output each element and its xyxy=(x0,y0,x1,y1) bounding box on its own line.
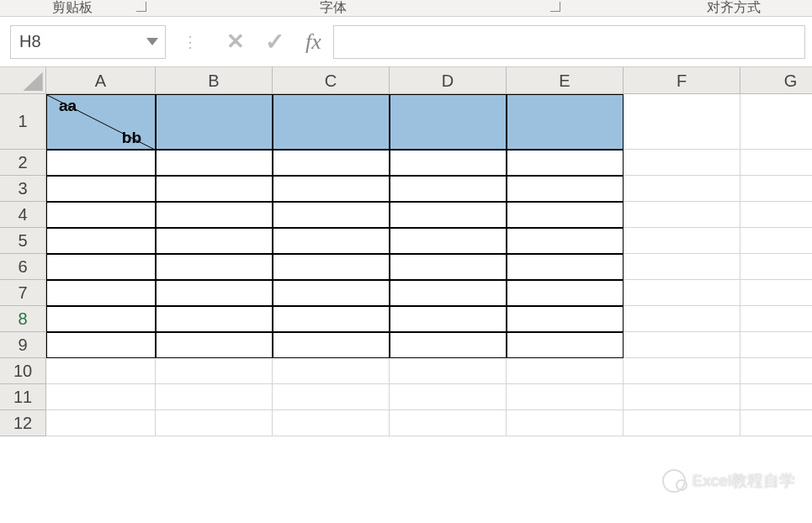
row-header-9[interactable]: 9 xyxy=(0,332,46,358)
column-header-A[interactable]: A xyxy=(46,67,156,94)
fx-icon[interactable]: fx xyxy=(305,29,321,55)
column-header-E[interactable]: E xyxy=(507,67,624,94)
cell-D1[interactable] xyxy=(390,94,507,150)
cell-E4[interactable] xyxy=(507,202,624,228)
cell-B7[interactable] xyxy=(156,280,273,306)
cell-B10[interactable] xyxy=(156,358,273,384)
cell-A4[interactable] xyxy=(46,202,156,228)
cell-C7[interactable] xyxy=(273,280,390,306)
cell-B8[interactable] xyxy=(156,306,273,332)
cell-A3[interactable] xyxy=(46,176,156,202)
cell-G10[interactable] xyxy=(740,358,812,384)
cell-E6[interactable] xyxy=(507,254,624,280)
row-header-12[interactable]: 12 xyxy=(0,410,46,436)
name-box[interactable]: H8 xyxy=(10,25,166,59)
cell-C12[interactable] xyxy=(273,410,390,436)
cell-D12[interactable] xyxy=(390,410,507,436)
cell-D2[interactable] xyxy=(390,150,507,176)
cell-E8[interactable] xyxy=(507,306,624,332)
cell-E1[interactable] xyxy=(507,94,624,150)
cell-B1[interactable] xyxy=(156,94,273,150)
cell-D9[interactable] xyxy=(390,332,507,358)
cell-B4[interactable] xyxy=(156,202,273,228)
cell-E11[interactable] xyxy=(507,384,624,410)
cell-A2[interactable] xyxy=(46,150,156,176)
cell-A5[interactable] xyxy=(46,228,156,254)
column-header-F[interactable]: F xyxy=(624,67,740,94)
cell-G11[interactable] xyxy=(740,384,812,410)
cell-D8[interactable] xyxy=(390,306,507,332)
cell-B12[interactable] xyxy=(156,410,273,436)
select-all-corner[interactable] xyxy=(0,67,46,94)
cell-F3[interactable] xyxy=(624,176,740,202)
column-header-G[interactable]: G xyxy=(740,67,812,94)
cell-C10[interactable] xyxy=(273,358,390,384)
cell-C9[interactable] xyxy=(273,332,390,358)
cell-E2[interactable] xyxy=(507,150,624,176)
cell-B3[interactable] xyxy=(156,176,273,202)
column-header-D[interactable]: D xyxy=(390,67,507,94)
cell-D6[interactable] xyxy=(390,254,507,280)
cell-A8[interactable] xyxy=(46,306,156,332)
cell-F11[interactable] xyxy=(624,384,740,410)
row-header-10[interactable]: 10 xyxy=(0,358,46,384)
cell-A10[interactable] xyxy=(46,358,156,384)
cell-A6[interactable] xyxy=(46,254,156,280)
cell-E7[interactable] xyxy=(507,280,624,306)
dialog-launcher-icon[interactable] xyxy=(136,2,146,12)
cell-B11[interactable] xyxy=(156,384,273,410)
enter-button[interactable]: ✓ xyxy=(255,28,294,55)
row-header-2[interactable]: 2 xyxy=(0,150,46,176)
cell-C2[interactable] xyxy=(273,150,390,176)
cell-B6[interactable] xyxy=(156,254,273,280)
cell-C8[interactable] xyxy=(273,306,390,332)
row-header-3[interactable]: 3 xyxy=(0,176,46,202)
cell-D10[interactable] xyxy=(390,358,507,384)
row-header-11[interactable]: 11 xyxy=(0,384,46,410)
row-header-5[interactable]: 5 xyxy=(0,228,46,254)
cell-C3[interactable] xyxy=(273,176,390,202)
cell-G4[interactable] xyxy=(740,202,812,228)
cell-B9[interactable] xyxy=(156,332,273,358)
cell-E5[interactable] xyxy=(507,228,624,254)
chevron-down-icon[interactable] xyxy=(146,38,158,45)
column-header-B[interactable]: B xyxy=(156,67,273,94)
cell-G3[interactable] xyxy=(740,176,812,202)
row-header-1[interactable]: 1 xyxy=(0,94,46,150)
cell-G7[interactable] xyxy=(740,280,812,306)
cell-A9[interactable] xyxy=(46,332,156,358)
cell-G8[interactable] xyxy=(740,306,812,332)
cell-F12[interactable] xyxy=(624,410,740,436)
cell-B5[interactable] xyxy=(156,228,273,254)
cell-D3[interactable] xyxy=(390,176,507,202)
cell-A7[interactable] xyxy=(46,280,156,306)
cell-F4[interactable] xyxy=(624,202,740,228)
cells-area[interactable]: aabb xyxy=(46,94,156,150)
formula-input[interactable] xyxy=(333,25,805,59)
row-header-7[interactable]: 7 xyxy=(0,280,46,306)
dialog-launcher-icon[interactable] xyxy=(550,2,560,12)
cell-F9[interactable] xyxy=(624,332,740,358)
cell-C11[interactable] xyxy=(273,384,390,410)
cell-D5[interactable] xyxy=(390,228,507,254)
cell-D4[interactable] xyxy=(390,202,507,228)
cell-E9[interactable] xyxy=(507,332,624,358)
cell-C5[interactable] xyxy=(273,228,390,254)
cell-E3[interactable] xyxy=(507,176,624,202)
cell-E10[interactable] xyxy=(507,358,624,384)
cell-A12[interactable] xyxy=(46,410,156,436)
cell-G5[interactable] xyxy=(740,228,812,254)
cell-F7[interactable] xyxy=(624,280,740,306)
cell-G1[interactable] xyxy=(740,94,812,150)
cell-A1[interactable]: aabb xyxy=(46,94,156,150)
cell-E12[interactable] xyxy=(507,410,624,436)
cell-G6[interactable] xyxy=(740,254,812,280)
cell-F8[interactable] xyxy=(624,306,740,332)
column-header-C[interactable]: C xyxy=(273,67,390,94)
cell-D7[interactable] xyxy=(390,280,507,306)
cell-A11[interactable] xyxy=(46,384,156,410)
cell-C4[interactable] xyxy=(273,202,390,228)
cancel-button[interactable]: ✕ xyxy=(216,29,255,55)
cell-G2[interactable] xyxy=(740,150,812,176)
cell-G9[interactable] xyxy=(740,332,812,358)
